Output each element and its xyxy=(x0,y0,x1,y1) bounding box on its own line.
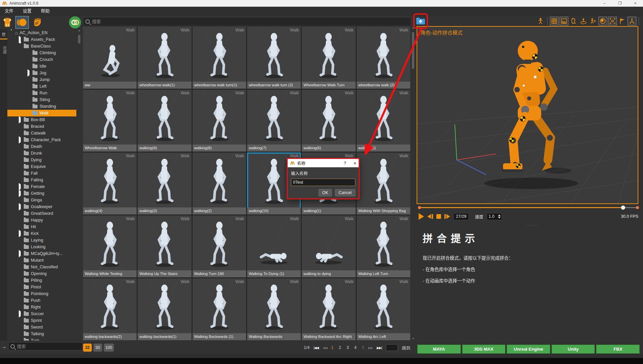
anim-card-Wheelbarrow Walk Turn[interactable]: WalkWheelbarrow Walk Turn xyxy=(302,27,355,89)
tree-item-Sprint[interactable]: Sprint xyxy=(7,317,76,324)
speed-up-icon[interactable] xyxy=(498,214,501,216)
dialog-name-input[interactable] xyxy=(291,179,355,186)
import-to-scene-button[interactable] xyxy=(416,16,426,26)
tree-item-Hit[interactable]: Hit xyxy=(7,223,76,230)
page-2[interactable]: 2 xyxy=(339,345,341,350)
page-size-50[interactable]: 50 xyxy=(93,344,102,352)
export-fbx-button[interactable]: FBX xyxy=(596,345,640,354)
anim-card-Walking While Texting[interactable]: WalkWalking While Texting xyxy=(83,215,137,277)
tree-item-Jog[interactable]: Jog xyxy=(7,70,76,76)
anim-card-walking(9)[interactable]: Walkwalking(9) xyxy=(138,90,191,152)
tree-item-Soccer[interactable]: Soccer xyxy=(7,310,76,317)
anim-card-walking(6)[interactable]: Walkwalking(6) xyxy=(302,90,355,152)
anim-card-walking(8)[interactable]: Walkwalking(8) xyxy=(193,90,246,152)
tree-item-Fall[interactable]: Fall xyxy=(7,170,76,177)
speed-down-icon[interactable] xyxy=(498,217,501,218)
tree-item-Walk[interactable]: Walk xyxy=(7,110,76,116)
export-3ds-max-button[interactable]: 3DS MAX xyxy=(462,345,506,354)
step-forward-button[interactable] xyxy=(444,214,450,219)
anim-card-Wheelbarrow Walk[interactable]: WalkWheelbarrow Walk xyxy=(83,90,137,152)
anim-card-ww[interactable]: Walkww xyxy=(83,27,137,89)
anim-card-walking backwards(1)[interactable]: Walkwalking backwards(1) xyxy=(138,278,191,340)
grid-scroll-down-icon[interactable]: ⌄ xyxy=(411,336,415,340)
anim-card-walking backwards(2)[interactable]: Walkwalking backwards(2) xyxy=(83,278,137,340)
first-page-button[interactable]: |◀◀ xyxy=(313,346,318,350)
anim-card-Walking With Shopping Bag[interactable]: WalkWalking With Shopping Bag xyxy=(357,153,410,214)
left-tab-1[interactable]: 世 xyxy=(0,29,7,39)
cancel-button[interactable]: Cancel xyxy=(335,189,355,196)
tree-item-Dying[interactable]: Dying xyxy=(7,157,76,163)
tree-search-input[interactable] xyxy=(17,344,80,349)
animation-library-button[interactable] xyxy=(15,16,29,29)
restore-button[interactable]: ❐ xyxy=(612,0,628,7)
anim-card-wheelbarrow walk (2)[interactable]: Walkwheelbarrow walk (2) xyxy=(357,27,410,89)
collapse-arrow-icon[interactable] xyxy=(19,136,21,144)
viewport-canvas[interactable] xyxy=(417,27,638,203)
tree-item-Laying[interactable]: Laying xyxy=(7,237,76,244)
step-back-button[interactable] xyxy=(427,214,433,219)
tree-item-Idle[interactable]: Idle xyxy=(7,63,76,70)
anim-card-wheelbarrow walk turn(1)[interactable]: Walkwheelbarrow walk turn(1) xyxy=(193,27,246,89)
left-tab-2[interactable]: 收藏 xyxy=(0,41,7,57)
sphere-shading-button[interactable] xyxy=(598,17,607,25)
tree-item-Not_Classified[interactable]: Not_Classified xyxy=(7,264,76,270)
close-button[interactable]: × xyxy=(628,0,643,7)
anim-card-wheelbarrow walk(1)[interactable]: Walkwheelbarrow walk(1) xyxy=(138,27,191,89)
speed-stepper[interactable]: 1.0 xyxy=(487,213,502,220)
walk-follow-button[interactable] xyxy=(589,17,597,25)
foot-lock-button[interactable] xyxy=(569,17,578,25)
tree-item-Opening[interactable]: Opening xyxy=(7,270,76,277)
checker-floor-button[interactable] xyxy=(560,17,568,25)
tree-item-Box-BB[interactable]: Box-BB xyxy=(7,116,76,123)
tree-item-Death[interactable]: Death xyxy=(7,143,76,150)
tree-item-GreatSword[interactable]: GreatSword xyxy=(7,210,76,217)
tree-scroll-thumb[interactable] xyxy=(78,35,80,43)
anim-card-wheelbarrow walk turn (2)[interactable]: Walkwheelbarrow walk turn (2) xyxy=(247,27,301,89)
tree-item-Siting[interactable]: Siting xyxy=(7,96,76,103)
skeleton-button[interactable] xyxy=(536,17,545,25)
grid-button[interactable] xyxy=(550,17,559,25)
menu-item-设置[interactable]: 设置 xyxy=(18,7,36,15)
anim-card-walking(3)[interactable]: Walkwalking(3) xyxy=(138,153,191,214)
page-size-100[interactable]: 100 xyxy=(104,344,114,352)
tree-search-go-icon[interactable]: → xyxy=(1,344,6,349)
axis-gizmo-button[interactable] xyxy=(628,17,636,25)
tree-item-Pointiong[interactable]: Pointiong xyxy=(7,290,76,297)
export-unreal-engine-button[interactable]: Unreal Engine xyxy=(507,345,550,354)
tree-item-Getting[interactable]: Getting xyxy=(7,190,76,197)
page-5[interactable]: 5 xyxy=(362,345,364,350)
dialog-help-button[interactable]: ? xyxy=(344,161,346,166)
tree-item-Kick[interactable]: Kick xyxy=(7,230,76,237)
grid-scrollbar[interactable]: ⌃ ⌄ xyxy=(411,27,415,340)
collapse-arrow-icon[interactable] xyxy=(19,203,21,210)
tree-item-Climbing[interactable]: Climbing xyxy=(7,50,76,56)
collapse-arrow-icon[interactable] xyxy=(19,230,21,237)
tree-item-BaseClass[interactable]: BaseClass xyxy=(7,43,76,50)
tree-item-Crouch[interactable]: Crouch xyxy=(7,56,76,63)
stop-button[interactable] xyxy=(436,214,441,219)
anim-card-walking(4)[interactable]: Walkwalking(4) xyxy=(83,153,137,214)
menu-item-文件[interactable]: 文件 xyxy=(0,7,18,15)
anim-card-walking(7)[interactable]: Walkwalking(7) xyxy=(247,90,301,152)
anim-card-Walking Left Turn[interactable]: WalkWalking Left Turn xyxy=(357,215,410,277)
tree-item-Falling[interactable]: Falling xyxy=(7,177,76,183)
anim-card-Walking Turn 180[interactable]: WalkWalking Turn 180 xyxy=(193,215,246,277)
minimize-button[interactable]: – xyxy=(597,0,612,7)
tree-item-Braced[interactable]: Braced xyxy=(7,123,76,130)
tree-item-Turn[interactable]: Turn xyxy=(7,337,76,341)
tree-item-Assets_Pack[interactable]: Assets_Pack xyxy=(7,36,76,43)
collapse-arrow-icon[interactable] xyxy=(19,250,21,257)
tree-item-Sword[interactable]: Sword xyxy=(7,324,76,331)
turntable-button[interactable] xyxy=(579,17,588,25)
timeline-slider[interactable] xyxy=(419,205,638,210)
tree-item-MCaQg6iJH+ty...[interactable]: MCaQg6iJH+ty... xyxy=(7,250,76,257)
anim-card-walking(2)[interactable]: Walkwalking(2) xyxy=(193,153,246,214)
page-1[interactable]: 1 xyxy=(331,345,334,350)
expand-arrow-icon[interactable] xyxy=(19,42,21,49)
tree-item-Standing[interactable]: Standing xyxy=(7,103,76,110)
timeline-thumb[interactable] xyxy=(621,205,625,210)
tree-item-Female[interactable]: Female xyxy=(7,183,76,190)
page-4[interactable]: 4 xyxy=(354,345,357,350)
tree-item-Happy[interactable]: Happy xyxy=(7,217,76,223)
export-unity-button[interactable]: Unity xyxy=(552,345,595,354)
